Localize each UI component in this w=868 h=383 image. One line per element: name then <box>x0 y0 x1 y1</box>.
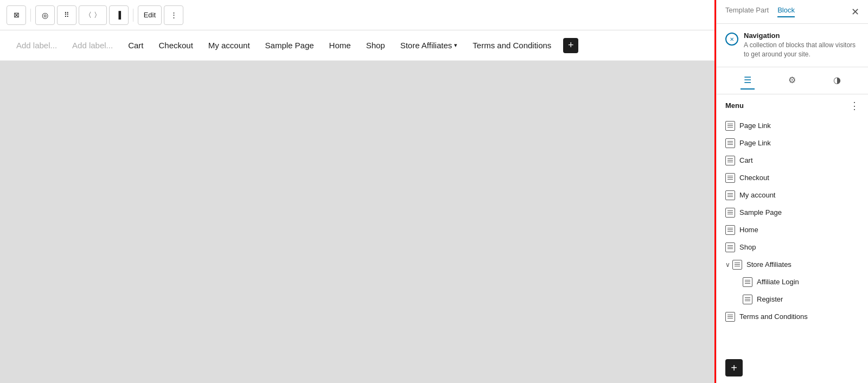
list-item[interactable]: Register <box>721 291 864 308</box>
list-item[interactable]: Cart <box>721 152 864 169</box>
align-button[interactable]: ▐ <box>109 5 129 25</box>
collapse-chevron-icon: ∨ <box>725 261 730 269</box>
sidebar-close-button[interactable]: ✕ <box>851 6 859 18</box>
menu-item-label: Checkout <box>739 174 769 182</box>
nav-block-text: Navigation A collection of blocks that a… <box>744 31 859 59</box>
nav-item-cart[interactable]: Cart <box>120 36 151 54</box>
menu-item-label: Page Link <box>739 122 771 130</box>
page-link-icon-2 <box>725 138 735 148</box>
checkout-icon <box>725 173 735 183</box>
home-icon <box>725 225 735 235</box>
nav-item-add-label-1[interactable]: Add label... <box>9 36 65 54</box>
ellipsis-icon: ⋮ <box>170 11 177 19</box>
menu-section-title: Menu <box>725 101 744 110</box>
navigation-icon-button[interactable]: ◎ <box>35 5 55 25</box>
tab-template-part[interactable]: Template Part <box>725 6 769 17</box>
toolbar-divider-1 <box>30 9 31 22</box>
menu-item-label: Home <box>739 226 758 234</box>
register-icon <box>743 295 752 304</box>
navigation-bar: Add label... Add label... Cart Checkout … <box>0 30 716 61</box>
affiliate-login-icon <box>743 277 752 287</box>
menu-item-label: Store Affiliates <box>746 260 792 269</box>
list-icon: ☰ <box>744 75 751 85</box>
my-account-icon <box>725 190 735 200</box>
menu-more-button[interactable]: ⋮ <box>850 100 859 112</box>
main-canvas-area: ⊠ ◎ ⠿ 〈 〉 ▐ Edit ⋮ Add label... Add labe… <box>0 0 716 383</box>
list-item[interactable]: Checkout <box>721 169 864 187</box>
settings-button[interactable]: ⚙ <box>785 72 799 90</box>
terms-icon <box>725 312 735 322</box>
menu-item-label: My account <box>739 191 775 199</box>
list-view-button[interactable]: ☰ <box>741 72 755 90</box>
list-item[interactable]: Sample Page <box>721 204 864 221</box>
more-options-button[interactable]: ⋮ <box>164 5 183 25</box>
nav-block-icon: ✕ <box>725 33 738 46</box>
shop-icon <box>725 242 735 252</box>
tab-block[interactable]: Block <box>777 6 795 17</box>
align-icon: ▐ <box>116 11 121 19</box>
right-sidebar: Template Part Block ✕ ✕ Navigation A col… <box>716 0 868 383</box>
list-item[interactable]: Page Link <box>721 135 864 152</box>
nav-item-store-affiliates[interactable]: Store Affiliates ▾ <box>393 36 465 54</box>
store-affiliates-icon <box>732 260 742 270</box>
list-item[interactable]: Terms and Conditions <box>721 308 864 325</box>
nav-item-shop[interactable]: Shop <box>359 36 393 54</box>
nav-item-my-account[interactable]: My account <box>201 36 258 54</box>
menu-item-label: Terms and Conditions <box>739 312 808 321</box>
list-item[interactable]: Home <box>721 221 864 239</box>
nav-item-home[interactable]: Home <box>322 36 359 54</box>
nav-item-add-label-2[interactable]: Add label... <box>65 36 120 54</box>
more-vertical-icon: ⋮ <box>850 100 859 111</box>
cart-icon <box>725 156 735 165</box>
close-icon: ✕ <box>851 7 859 17</box>
editor-canvas <box>0 61 716 383</box>
menu-list: Page Link Page Link Cart Checkout My acc… <box>717 117 868 355</box>
drag-icon: ⠿ <box>64 11 69 19</box>
sidebar-header: Template Part Block ✕ <box>717 0 868 24</box>
toolbar-divider-2 <box>133 9 133 22</box>
menu-item-label: Page Link <box>739 139 771 147</box>
nav-block-desc: A collection of blocks that allow visito… <box>744 41 859 59</box>
menu-add-item-button[interactable]: + <box>725 359 743 376</box>
chevron-down-icon: ▾ <box>454 42 457 49</box>
styles-button[interactable]: ◑ <box>830 72 844 90</box>
plus-icon: + <box>731 362 737 374</box>
list-item[interactable]: Shop <box>721 239 864 256</box>
gear-icon: ⚙ <box>788 75 796 85</box>
list-item[interactable]: ∨ Store Affiliates <box>721 256 864 273</box>
sidebar-tools: ☰ ⚙ ◑ <box>717 67 868 94</box>
nav-block-info: ✕ Navigation A collection of blocks that… <box>717 24 868 67</box>
page-link-icon-1 <box>725 121 735 131</box>
navigate-button[interactable]: 〈 〉 <box>79 5 107 25</box>
sidebar-tab-group: Template Part Block <box>725 6 795 17</box>
drag-handle-button[interactable]: ⠿ <box>57 5 76 25</box>
list-item[interactable]: My account <box>721 187 864 204</box>
circle-check-icon: ✕ <box>730 36 734 42</box>
sample-page-icon <box>725 208 735 218</box>
plus-icon: + <box>568 40 574 51</box>
contrast-icon: ◑ <box>833 75 841 85</box>
menu-item-label: Sample Page <box>739 208 782 216</box>
bracket-icon: ⊠ <box>14 11 20 19</box>
list-item[interactable]: Affiliate Login <box>721 273 864 291</box>
nav-item-sample-page[interactable]: Sample Page <box>258 36 322 54</box>
menu-item-label: Cart <box>739 156 753 164</box>
menu-item-label: Affiliate Login <box>757 278 799 286</box>
menu-section-header: Menu ⋮ <box>717 94 868 117</box>
chevron-lr-icon: 〈 〉 <box>85 10 101 20</box>
nav-item-checkout[interactable]: Checkout <box>151 36 200 54</box>
nav-item-terms[interactable]: Terms and Conditions <box>465 36 559 54</box>
bracket-button[interactable]: ⊠ <box>7 5 26 25</box>
menu-item-label: Register <box>757 295 783 303</box>
list-item[interactable]: Page Link <box>721 117 864 135</box>
nav-block-title: Navigation <box>744 31 859 40</box>
block-toolbar: ⊠ ◎ ⠿ 〈 〉 ▐ Edit ⋮ <box>0 0 716 30</box>
edit-button[interactable]: Edit <box>138 5 162 25</box>
menu-item-label: Shop <box>739 243 756 251</box>
compass-icon: ◎ <box>42 11 48 20</box>
nav-add-button[interactable]: + <box>563 38 578 53</box>
